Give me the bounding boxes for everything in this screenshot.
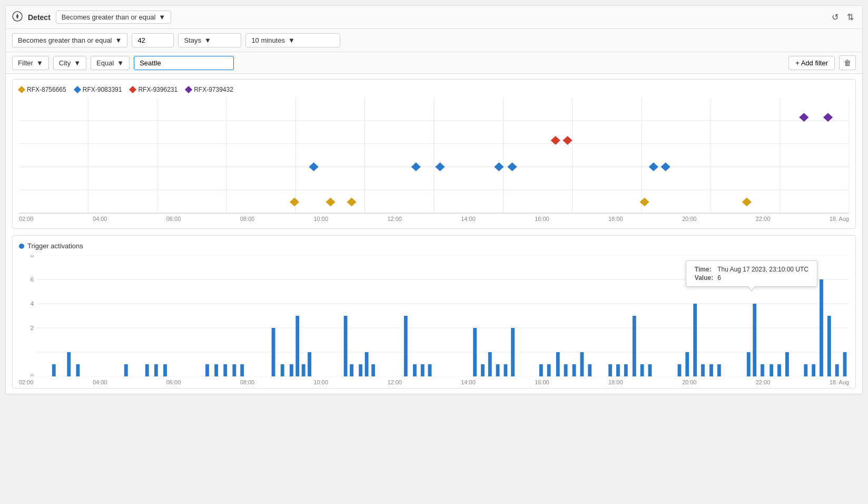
delete-filter-button[interactable]: 🗑 bbox=[839, 55, 856, 70]
chevron-down-icon: ▼ bbox=[115, 36, 122, 44]
stays-dropdown[interactable]: Stays ▼ bbox=[178, 33, 241, 47]
chevron-down-icon: ▼ bbox=[159, 13, 165, 21]
filter-dropdown[interactable]: Filter ▼ bbox=[12, 56, 49, 70]
svg-rect-49 bbox=[359, 364, 362, 376]
chevron-down-icon: ▼ bbox=[117, 59, 124, 67]
equal-dropdown[interactable]: Equal ▼ bbox=[91, 56, 130, 70]
bar-x-label-0400: 04:00 bbox=[93, 379, 107, 385]
scatter-point bbox=[640, 198, 649, 207]
stays-dropdown-label: Stays bbox=[184, 36, 201, 44]
svg-rect-53 bbox=[413, 364, 417, 376]
bar-x-label-2200: 22:00 bbox=[756, 379, 771, 385]
svg-rect-38 bbox=[223, 364, 227, 376]
scatter-point bbox=[494, 162, 504, 171]
city-value-input[interactable] bbox=[134, 56, 234, 70]
bar-x-label-1200: 12:00 bbox=[387, 379, 402, 385]
scatter-point bbox=[661, 162, 670, 171]
scatter-point bbox=[309, 162, 318, 171]
x-label-1600: 16:00 bbox=[535, 216, 549, 222]
chevron-down-icon: ▼ bbox=[36, 59, 43, 67]
bar-chart-panel: Trigger activations Time: Thu Aug 17 202… bbox=[12, 235, 856, 389]
svg-rect-68 bbox=[588, 364, 591, 376]
svg-rect-90 bbox=[827, 316, 831, 376]
svg-rect-47 bbox=[344, 316, 348, 376]
condition-header-dropdown[interactable]: Becomes greater than or equal ▼ bbox=[56, 11, 171, 24]
legend-item-rfx1: RFX-8756665 bbox=[19, 86, 66, 93]
scatter-point bbox=[411, 162, 421, 171]
scatter-point bbox=[649, 162, 658, 171]
svg-rect-59 bbox=[496, 364, 500, 376]
value-input[interactable] bbox=[132, 33, 174, 47]
svg-rect-65 bbox=[564, 364, 568, 376]
tooltip-value-label: Value: bbox=[693, 274, 715, 282]
svg-text:6: 6 bbox=[31, 276, 34, 283]
svg-rect-48 bbox=[350, 364, 353, 376]
scatter-point bbox=[435, 162, 445, 171]
svg-rect-78 bbox=[701, 364, 705, 376]
bar-x-label-1800: 18:00 bbox=[608, 379, 623, 385]
x-label-2000: 20:00 bbox=[682, 216, 697, 222]
svg-rect-77 bbox=[693, 304, 697, 376]
x-label-1800: 18:00 bbox=[608, 216, 623, 222]
bar-x-label-1400: 14:00 bbox=[461, 379, 476, 385]
svg-rect-36 bbox=[205, 364, 209, 376]
condition-dropdown[interactable]: Becomes greater than or equal ▼ bbox=[12, 33, 127, 47]
svg-rect-41 bbox=[272, 328, 275, 376]
legend-label-rfx2: RFX-9083391 bbox=[83, 86, 122, 93]
svg-rect-85 bbox=[777, 364, 781, 376]
svg-rect-61 bbox=[511, 328, 515, 376]
bar-x-label-1000: 10:00 bbox=[314, 379, 329, 385]
chevron-down-icon: ▼ bbox=[74, 59, 81, 67]
charts-area: RFX-8756665 RFX-9083391 RFX-9396231 RFX-… bbox=[6, 74, 862, 394]
undo-button[interactable]: ↺ bbox=[830, 10, 841, 24]
svg-rect-87 bbox=[804, 364, 807, 376]
svg-rect-42 bbox=[281, 364, 284, 376]
bar-chart-title-label: Trigger activations bbox=[27, 242, 83, 250]
tooltip-box: Time: Thu Aug 17 2023, 23:10:00 UTC Valu… bbox=[686, 260, 817, 287]
condition-dropdown-label: Becomes greater than or equal bbox=[18, 36, 112, 44]
condition-header-label: Becomes greater than or equal bbox=[62, 13, 156, 21]
city-dropdown-label: City bbox=[59, 59, 71, 67]
legend-item-rfx3: RFX-9396231 bbox=[130, 86, 177, 93]
svg-rect-79 bbox=[709, 364, 713, 376]
svg-rect-89 bbox=[820, 279, 823, 376]
svg-text:4: 4 bbox=[31, 301, 34, 307]
scatter-point bbox=[326, 198, 335, 207]
svg-rect-39 bbox=[232, 364, 236, 376]
header-actions: ↺ ⇅ bbox=[830, 10, 856, 24]
bar-chart-x-axis: 02:00 04:00 06:00 08:00 10:00 12:00 14:0… bbox=[19, 378, 849, 385]
svg-text:8: 8 bbox=[31, 255, 34, 259]
split-button[interactable]: ⇅ bbox=[845, 10, 856, 24]
chevron-down-icon: ▼ bbox=[288, 36, 295, 44]
svg-rect-74 bbox=[648, 364, 652, 376]
scatter-x-axis: 02:00 04:00 06:00 08:00 10:00 12:00 14:0… bbox=[19, 214, 849, 222]
bar-x-label-2000: 20:00 bbox=[682, 379, 697, 385]
duration-dropdown[interactable]: 10 minutes ▼ bbox=[245, 33, 340, 47]
svg-rect-34 bbox=[154, 364, 158, 376]
legend-diamond-rfx4 bbox=[185, 86, 192, 93]
filter-dropdown-label: Filter bbox=[18, 59, 33, 67]
filter-row-2: Filter ▼ City ▼ Equal ▼ + Add filter 🗑 bbox=[6, 52, 862, 74]
svg-rect-45 bbox=[302, 364, 305, 376]
svg-rect-72 bbox=[633, 316, 636, 376]
duration-dropdown-label: 10 minutes bbox=[251, 36, 285, 44]
svg-rect-86 bbox=[785, 352, 789, 376]
add-filter-button[interactable]: + Add filter bbox=[788, 56, 835, 70]
app-icon bbox=[12, 11, 23, 23]
bar-x-label-0800: 08:00 bbox=[240, 379, 255, 385]
svg-rect-58 bbox=[488, 352, 492, 376]
svg-rect-33 bbox=[145, 364, 149, 376]
city-dropdown[interactable]: City ▼ bbox=[53, 56, 86, 70]
x-label-1200: 12:00 bbox=[387, 216, 402, 222]
scatter-point bbox=[507, 162, 517, 171]
equal-dropdown-label: Equal bbox=[96, 59, 114, 67]
svg-rect-92 bbox=[843, 352, 847, 376]
svg-rect-35 bbox=[163, 364, 167, 376]
svg-rect-64 bbox=[556, 352, 560, 376]
scatter-svg bbox=[19, 98, 849, 213]
x-label-0600: 06:00 bbox=[166, 216, 181, 222]
svg-rect-69 bbox=[608, 364, 612, 376]
legend-diamond-rfx3 bbox=[129, 86, 136, 93]
bar-x-label-18aug: 18. Aug bbox=[830, 379, 849, 385]
svg-rect-76 bbox=[685, 352, 689, 376]
